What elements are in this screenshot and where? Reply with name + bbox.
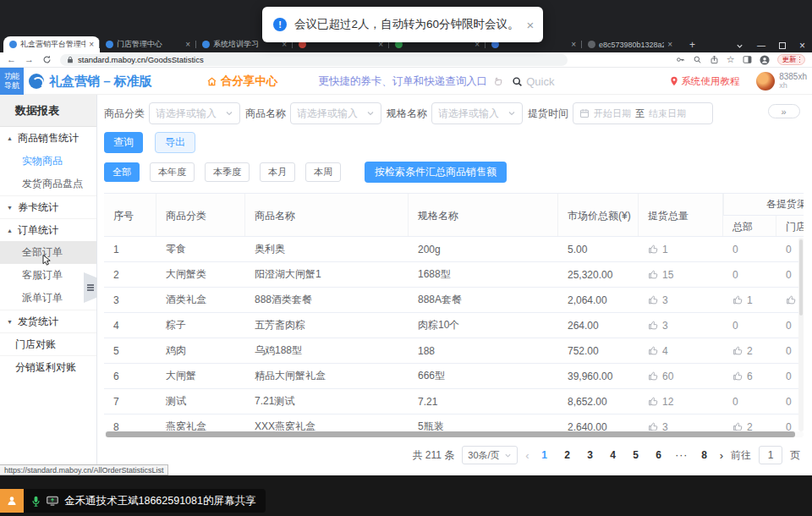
browser-tab[interactable]: 门店管理中心× [100,36,196,52]
microphone-icon[interactable] [31,496,41,507]
filter-select[interactable]: 请选择或输入 [431,102,523,124]
maximize-button[interactable] [779,42,786,49]
address-bar[interactable]: standard.maboy.cn/GoodsStatistics [60,54,568,66]
page-number[interactable]: 5 [628,449,644,461]
filter-label: 规格名称 [387,107,427,121]
profile-avatar-icon[interactable] [760,55,770,65]
page-numbers: 123456···8 [537,449,712,461]
sidebar-group-item[interactable]: ▼券卡统计 [0,195,96,218]
start-date-placeholder: 开始日期 [594,107,631,120]
sidebar-item[interactable]: 门店对账 [0,332,96,355]
back-icon[interactable]: ← [7,55,16,64]
participant-icon[interactable] [0,489,24,513]
browser-tab[interactable]: 礼盒营销平台管理中心× [3,36,100,52]
sidebar-item[interactable]: 发货商品盘点 [0,173,96,195]
cell-category: 测试 [156,394,245,409]
summary-button[interactable]: 按检索条件汇总商品销售额 [365,162,507,183]
desktop-band: 金禾通技术王斌18662591081的屏幕共享 [0,475,812,516]
sidebar-item[interactable]: 分销返利对账 [0,355,96,378]
tab-close-icon[interactable]: × [667,41,672,48]
share-center-link[interactable]: 合分享中心 [206,74,278,89]
range-tab[interactable]: 本周 [305,162,341,182]
date-range-picker[interactable]: 开始日期 至 结束日期 [573,102,713,124]
calendar-icon [579,108,590,118]
range-tab[interactable]: 本年度 [150,162,195,182]
horizontal-scrollbar[interactable] [104,431,804,437]
range-tab[interactable]: 本月 [260,162,295,182]
bookmark-star-icon[interactable]: ☆ [727,54,735,65]
user-menu[interactable]: 8385xh xh [756,72,807,91]
range-tab[interactable]: 全部 [104,162,140,182]
chrome-update-button[interactable]: 更新 [777,54,806,65]
tab-favicon-icon [588,41,595,48]
quick-search[interactable]: Quick [512,75,554,88]
reload-icon[interactable] [42,55,52,64]
minimize-button[interactable]: — [757,41,765,50]
search-icon [512,76,523,87]
column-header: 序号 [104,194,156,237]
menu-dots-icon [799,57,801,63]
cell-name: 888酒类套餐 [245,293,409,307]
page-number[interactable]: 6 [651,449,667,461]
window-close-button[interactable]: × [799,41,805,50]
user-subname: xh [779,81,807,91]
tab-close-icon[interactable]: × [185,41,190,48]
cell-spec: 888A套餐 [409,293,558,307]
filter-select[interactable]: 请选择或输入 [149,102,240,124]
share-icon[interactable] [710,55,719,64]
export-button[interactable]: 导出 [155,132,195,153]
side-panel-icon[interactable] [743,55,752,64]
sidebar-item[interactable]: 派单订单 [0,287,96,310]
page-size-select[interactable]: 30条/页 [462,446,518,464]
sidebar-group-item[interactable]: ▲商品销售统计 [0,127,96,150]
pickup-count: 0 [732,320,738,332]
cell-spec: 5瓶装 [409,420,558,431]
user-name-block: 8385xh xh [779,72,807,91]
cell-spec: 188 [409,345,558,357]
browser-tab[interactable]: e8c573980b1328a258fd2e6f8× [582,36,678,52]
page-number[interactable]: 8 [697,449,712,461]
page-size-value: 30条/页 [468,449,499,462]
range-tab[interactable]: 本季度 [205,162,250,182]
thumb-up-icon [732,421,743,431]
table-row: 3酒类礼盒888酒类套餐888A套餐2,064.00311 [104,288,804,313]
zoom-icon[interactable] [693,55,702,64]
cell-name: 奥利奥 [245,242,409,256]
sidebar-group-item[interactable]: ▲订单统计 [0,218,96,241]
main-content: 商品分类请选择或输入商品名称请选择或输入规格名称请选择或输入 提货时间 开始日期… [97,95,812,475]
tutorial-link[interactable]: 系统使用教程 [670,75,739,88]
range-tab-list: 全部本年度本季度本月本周 [104,162,341,182]
sidebar-item[interactable]: 实物商品 [0,150,96,173]
thumb-up-icon [732,345,743,356]
nav-toggle-button[interactable]: 功能导航 [0,68,24,95]
thumb-up-icon [648,294,659,305]
page-number[interactable]: 1 [537,449,552,461]
page-body: 数据报表 ▲商品销售统计实物商品发货商品盘点▼券卡统计▲订单统计全部订单客服订单… [0,95,812,475]
filter-select[interactable]: 请选择或输入 [290,102,381,124]
forward-icon[interactable]: → [25,55,34,64]
sidebar-item-label: 发货商品盘点 [22,177,83,191]
prev-page-icon[interactable]: ‹ [525,449,529,462]
page-number[interactable]: 4 [606,449,621,461]
vertical-scrollbar[interactable] [798,238,804,431]
filters-collapse-button[interactable]: » [768,104,800,118]
page-number[interactable]: 2 [560,449,575,461]
goto-page-input[interactable] [759,446,782,464]
sidebar-group-item[interactable]: ▼发货统计 [0,310,96,332]
cell-category: 粽子 [156,318,245,332]
next-page-icon[interactable]: › [720,449,723,462]
tab-close-icon[interactable]: × [89,41,94,48]
pickup-count: 12 [662,396,673,408]
page-number[interactable]: 3 [583,449,598,461]
page-ellipsis[interactable]: ··· [674,449,689,461]
cell-category: 酒类礼盒 [156,293,245,307]
query-button[interactable]: 查询 [104,132,143,153]
toast-close-icon[interactable]: × [527,19,535,31]
chrome-update-label: 更新 [782,55,797,65]
new-tab-button[interactable]: + [687,39,698,50]
key-icon[interactable] [676,55,685,64]
cell-name: 五芳斋肉粽 [245,318,409,332]
tab-search-chevron-icon[interactable] [736,42,743,50]
tab-close-icon[interactable]: × [571,41,576,48]
screen-share-icon[interactable] [47,496,58,506]
